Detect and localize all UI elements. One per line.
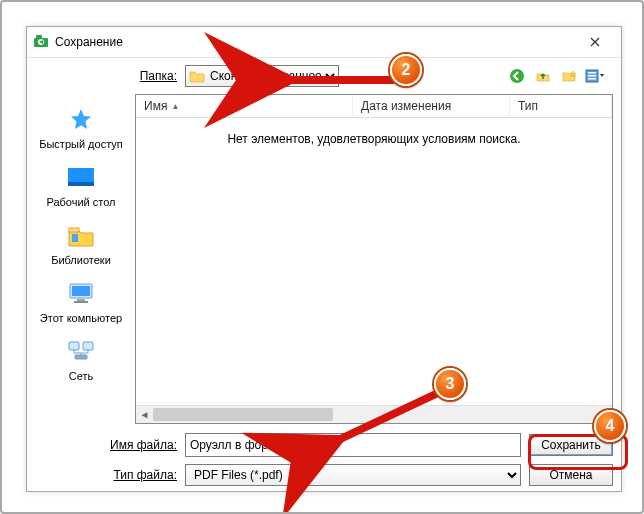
- place-label: Библиотеки: [51, 254, 111, 266]
- svg-rect-18: [75, 355, 87, 359]
- file-list[interactable]: Имя ▲ Дата изменения Тип Нет элементов, …: [135, 94, 613, 424]
- places-bar: Быстрый доступ Рабочий стол Библиотеки Э…: [27, 94, 135, 424]
- column-date[interactable]: Дата изменения: [353, 95, 510, 117]
- svg-rect-17: [83, 342, 93, 350]
- app-icon: [33, 34, 49, 50]
- network-icon: [65, 336, 97, 368]
- folder-toolbar: [507, 66, 613, 86]
- svg-rect-16: [69, 342, 79, 350]
- svg-rect-9: [68, 182, 94, 186]
- scroll-right-arrow[interactable]: ►: [595, 406, 612, 423]
- svg-rect-11: [72, 234, 78, 242]
- folder-row: Папка: Сконвертированное: [27, 58, 621, 94]
- titlebar: Сохранение: [27, 27, 621, 58]
- filename-input[interactable]: [185, 433, 521, 457]
- svg-point-3: [510, 69, 524, 83]
- place-desktop[interactable]: Рабочий стол: [33, 158, 129, 212]
- svg-rect-10: [69, 228, 79, 232]
- filetype-select[interactable]: PDF Files (*.pdf): [185, 464, 521, 486]
- empty-message: Нет элементов, удовлетворяющих условиям …: [136, 118, 612, 405]
- scroll-left-arrow[interactable]: ◄: [136, 406, 153, 423]
- save-button[interactable]: Сохранить: [529, 434, 613, 456]
- close-button[interactable]: [575, 27, 615, 57]
- scroll-thumb[interactable]: [153, 408, 333, 421]
- place-libraries[interactable]: Библиотеки: [33, 216, 129, 270]
- place-quick-access[interactable]: Быстрый доступ: [33, 100, 129, 154]
- place-label: Этот компьютер: [40, 312, 122, 324]
- place-label: Быстрый доступ: [39, 138, 123, 150]
- horizontal-scrollbar[interactable]: ◄ ►: [136, 405, 612, 423]
- star-icon: [65, 104, 97, 136]
- pc-icon: [65, 278, 97, 310]
- svg-rect-1: [36, 35, 42, 39]
- new-folder-button[interactable]: [559, 66, 579, 86]
- sort-asc-icon: ▲: [171, 102, 179, 111]
- save-dialog: Сохранение Папка: Сконвертированное: [26, 26, 622, 492]
- svg-rect-7: [588, 78, 596, 80]
- svg-rect-5: [588, 72, 596, 74]
- filename-label: Имя файла:: [27, 438, 185, 452]
- place-network[interactable]: Сеть: [33, 332, 129, 386]
- column-headers: Имя ▲ Дата изменения Тип: [136, 95, 612, 118]
- libraries-icon: [65, 220, 97, 252]
- folder-label: Папка:: [27, 69, 185, 83]
- place-label: Сеть: [69, 370, 93, 382]
- bottom-panel: Имя файла: Сохранить Тип файла: PDF File…: [27, 424, 621, 496]
- svg-rect-13: [72, 286, 90, 296]
- desktop-icon: [65, 162, 97, 194]
- svg-rect-15: [74, 301, 88, 303]
- svg-rect-6: [588, 75, 596, 77]
- folder-select[interactable]: Сконвертированное: [185, 65, 339, 87]
- up-button[interactable]: [533, 66, 553, 86]
- place-this-pc[interactable]: Этот компьютер: [33, 274, 129, 328]
- window-title: Сохранение: [55, 35, 575, 49]
- back-button[interactable]: [507, 66, 527, 86]
- cancel-button[interactable]: Отмена: [529, 464, 613, 486]
- svg-rect-14: [77, 299, 85, 301]
- view-menu-button[interactable]: [585, 66, 605, 86]
- column-type[interactable]: Тип: [510, 95, 612, 117]
- column-name[interactable]: Имя ▲: [136, 95, 353, 117]
- filetype-label: Тип файла:: [27, 468, 185, 482]
- place-label: Рабочий стол: [46, 196, 115, 208]
